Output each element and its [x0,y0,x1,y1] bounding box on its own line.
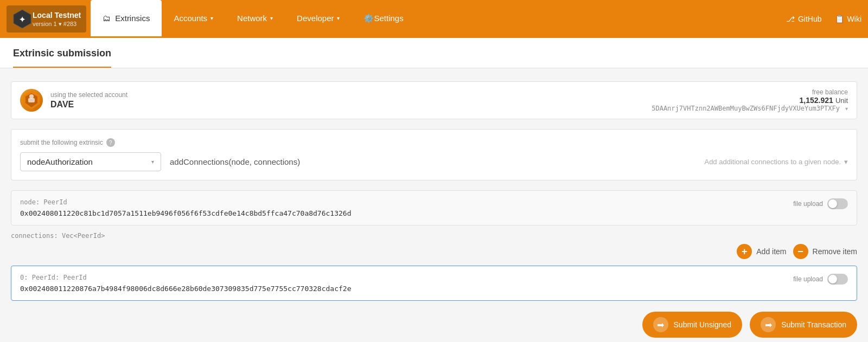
node-field-value[interactable]: 0x002408011220c81bc1d7057a1511eb9496f056… [20,209,784,217]
node-field-group: node: PeerId 0x002408011220c81bc1d7057a1… [11,190,857,225]
nav-tab-extrinsics[interactable]: 🗂 Extrinsics [91,0,162,38]
module-selector[interactable]: nodeAuthorization ▾ [20,152,161,171]
app-name-text: Local Testnet version 1 ▾ #283 [33,10,81,28]
top-navigation: ✦ Local Testnet version 1 ▾ #283 🗂 Extri… [0,0,868,38]
developer-arrow-icon: ▾ [337,15,340,21]
method-description: Add additional connections to a given no… [704,158,848,166]
node-file-upload-switch[interactable] [827,198,848,209]
submit-transaction-icon: ➡ [761,317,776,332]
nav-tab-developer[interactable]: Developer ▾ [285,0,352,38]
help-icon[interactable]: ? [106,138,115,147]
account-address: 5DAAnrj7VHTznn2AWBemMuyBwZWs6FNFjdyVXUeY… [652,105,848,112]
connections-label: connections: Vec<PeerId> [11,232,857,240]
extrinsic-form: submit the following extrinsic ? nodeAut… [11,129,857,180]
method-display: addConnections(node, connections) [161,153,704,171]
account-balance: free balance 1,152.921 Unit 5DAAnrj7VHTz… [652,88,848,112]
network-arrow-icon: ▾ [270,15,273,21]
node-field-row: node: PeerId 0x002408011220c81bc1d7057a1… [20,198,848,217]
remove-icon: − [793,244,808,259]
nav-tab-settings[interactable]: ⚙️ Settings [352,0,415,38]
account-info: using the selected account DAVE [50,91,652,109]
account-avatar [20,89,43,112]
extrinsic-form-row: nodeAuthorization ▾ addConnections(node,… [20,152,848,171]
nav-tab-network[interactable]: Network ▾ [225,0,285,38]
accounts-arrow-icon: ▾ [210,15,213,21]
app-logo-icon: ✦ [12,9,33,29]
page-title-bar: Extrinsic submission [0,38,868,68]
svg-rect-5 [28,98,35,102]
module-dropdown-icon: ▾ [151,159,154,165]
connection-item-0: 0: PeerId: PeerId 0x002408011220876a7b49… [11,266,857,301]
connection-0-toggle-thumb [828,275,837,283]
node-field-type: node: PeerId [20,198,784,206]
svg-text:✦: ✦ [19,15,25,24]
submit-transaction-button[interactable]: ➡ Submit Transaction [750,312,857,338]
node-toggle-thumb [828,199,837,208]
description-dropdown-icon: ▾ [844,158,848,166]
submit-unsigned-icon: ➡ [653,317,668,332]
extrinsics-icon: 🗂 [103,14,111,23]
wiki-link[interactable]: 📋 Wiki [835,15,861,23]
connection-0-value[interactable]: 0x002408011220876a7b4984f98006dc8d666e28… [20,285,784,293]
settings-gear-icon: ⚙️ [363,14,374,23]
remove-item-button[interactable]: − Remove item [793,244,857,259]
github-icon: ⎇ [786,15,795,23]
nav-tab-accounts[interactable]: Accounts ▾ [162,0,225,38]
submit-unsigned-button[interactable]: ➡ Submit Unsigned [642,312,743,338]
node-file-upload-toggle: file upload [784,198,848,209]
logo-area[interactable]: ✦ Local Testnet version 1 ▾ #283 [7,5,86,33]
connection-0-file-upload: file upload [784,274,848,285]
github-link[interactable]: ⎇ GitHub [786,15,822,23]
content-area: using the selected account DAVE free bal… [0,68,868,342]
connection-0-type: 0: PeerId: PeerId [20,274,784,281]
page-title: Extrinsic submission [13,48,111,68]
account-selector[interactable]: using the selected account DAVE free bal… [11,81,857,119]
extrinsic-form-label: submit the following extrinsic ? [20,138,848,147]
add-item-button[interactable]: + Add item [737,244,786,259]
address-dropdown-icon: ▾ [845,106,848,112]
connections-section: connections: Vec<PeerId> + Add item − Re… [11,232,857,301]
wiki-icon: 📋 [835,15,844,23]
svg-point-6 [29,94,34,99]
connections-actions: + Add item − Remove item [11,244,857,259]
add-icon: + [737,244,752,259]
connection-0-upload-switch[interactable] [827,274,848,285]
bottom-actions: ➡ Submit Unsigned ➡ Submit Transaction [11,306,857,340]
page-content: Extrinsic submission using the selected … [0,38,868,342]
nav-right-links: ⎇ GitHub 📋 Wiki [786,15,861,23]
